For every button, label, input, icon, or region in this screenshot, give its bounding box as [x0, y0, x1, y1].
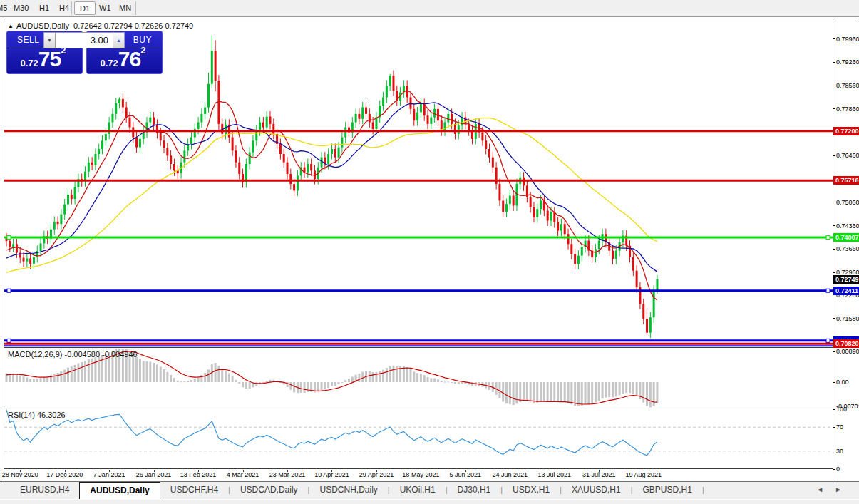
macd-histogram-bar: [207, 369, 210, 382]
macd-histogram-bar: [67, 368, 69, 382]
candle-body: [492, 158, 494, 168]
chart-tab-usdcnh[interactable]: USDCNH,Daily: [309, 482, 387, 499]
macd-histogram-bar: [509, 382, 511, 404]
candle-body: [536, 209, 538, 217]
candle-body: [163, 140, 165, 148]
chart-tab-dj30[interactable]: DJ30,H1: [448, 482, 501, 499]
candle-body: [57, 222, 59, 224]
chart-tab-gbpusd[interactable]: GBPUSD,H1: [633, 482, 702, 499]
candle-body: [530, 197, 532, 207]
macd-histogram-bar: [321, 382, 323, 390]
rsi-label: RSI(14) 46.3026: [8, 411, 66, 419]
chart-tab-eurusd[interactable]: EURUSD,H4: [10, 482, 79, 499]
macd-histogram-bar: [550, 382, 552, 401]
chart-tab-usdchf[interactable]: USDCHF,H4: [160, 482, 228, 499]
volume-input[interactable]: 3.00: [56, 32, 113, 48]
one-click-trade-panel: SELL 0.72752 BUY 0.72762 ▼ 3.00 ▲: [6, 31, 163, 74]
candle-body: [207, 84, 210, 108]
macd-histogram-bar: [235, 380, 237, 382]
sell-price[interactable]: 0.72752: [7, 45, 79, 71]
line-handle[interactable]: [7, 339, 11, 342]
volume-decrease-button[interactable]: ▼: [43, 32, 56, 48]
macd-histogram-bar: [581, 382, 583, 406]
macd-histogram-bar: [351, 377, 354, 382]
candle-body: [183, 150, 185, 162]
chart-tab-usdcad[interactable]: USDCAD,Daily: [230, 482, 308, 499]
candle-body: [331, 149, 333, 154]
moving-average-slow: [6, 118, 657, 273]
macd-histogram-bar: [375, 372, 377, 382]
chart-tab-usdx[interactable]: USDX,H1: [503, 482, 560, 499]
candle-body: [238, 163, 240, 174]
macd-histogram-bar: [334, 382, 336, 386]
macd-tick-mark: [833, 382, 835, 383]
line-handle[interactable]: [7, 289, 11, 292]
candle-body: [550, 212, 552, 221]
moving-average-mid: [6, 103, 657, 272]
candle-body: [259, 123, 261, 131]
candle-body: [60, 215, 62, 225]
price-chart-panel[interactable]: ▲AUDUSD,Daily 0.72642 0.72794 0.72626 0.…: [4, 19, 833, 348]
line-handle[interactable]: [7, 236, 11, 240]
price-tick-label: 0.79260: [836, 58, 859, 66]
candle-body: [557, 222, 559, 231]
chart-tab-xauusd[interactable]: XAUUSD,H1: [562, 482, 631, 499]
timeframe-button-mn[interactable]: MN: [114, 1, 136, 15]
macd-histogram-bar: [441, 381, 443, 382]
macd-indicator-panel[interactable]: MACD(12,26,9) -0.004580 -0.004946: [4, 349, 833, 408]
price-axis[interactable]: 0.799600.792600.785600.778600.764600.750…: [833, 19, 859, 480]
macd-histogram-bar: [166, 372, 168, 382]
candle-body: [23, 257, 25, 261]
macd-histogram-bar: [81, 362, 83, 382]
rsi-tick-label: 100: [836, 406, 847, 413]
chart-tab-ukoil[interactable]: UKOil,H1: [390, 482, 446, 499]
trading-terminal-window: M5M30H1H4D1W1MN ▲AUDUSD,Daily 0.72642 0.…: [0, 0, 859, 504]
macd-histogram-bar: [540, 382, 542, 401]
macd-histogram-bar: [249, 382, 251, 389]
timeframe-button-d1[interactable]: D1: [74, 1, 96, 15]
candle-body: [358, 114, 360, 119]
buy-price[interactable]: 0.72762: [87, 45, 159, 71]
rsi-indicator-panel[interactable]: RSI(14) 46.3026: [4, 409, 833, 469]
candle-body: [98, 149, 100, 154]
line-handle[interactable]: [826, 236, 830, 240]
macd-histogram-bar: [317, 382, 319, 391]
candle-body: [498, 184, 500, 200]
price-tick-mark: [833, 272, 835, 273]
price-tick-mark: [833, 249, 835, 250]
line-handle[interactable]: [826, 339, 830, 342]
candle-body: [646, 319, 648, 333]
volume-increase-button[interactable]: ▲: [113, 32, 125, 48]
macd-histogram-bar: [266, 381, 268, 382]
chart-tab-audusd[interactable]: AUDUSD,Daily: [79, 482, 160, 499]
candle-body: [9, 241, 11, 247]
candle-body: [632, 257, 634, 271]
collapse-panel-icon[interactable]: ▲: [8, 23, 14, 29]
macd-histogram-bar: [197, 377, 200, 383]
rsi-canvas[interactable]: [4, 409, 833, 469]
line-handle[interactable]: [826, 289, 830, 292]
macd-histogram-bar: [389, 366, 391, 382]
date-axis[interactable]: 28 Nov 202017 Dec 20207 Jan 202126 Jan 2…: [4, 470, 833, 480]
rsi-tick-mark: [833, 451, 835, 451]
timeframe-button-w1[interactable]: W1: [94, 1, 116, 15]
date-label: 26 Jan 2021: [136, 471, 172, 478]
macd-histogram-bar: [409, 369, 411, 382]
date-label: 10 Apr 2021: [314, 471, 349, 478]
timeframe-button-h1[interactable]: H1: [34, 1, 54, 15]
candle-body: [533, 207, 535, 217]
tab-scroll-right-icon[interactable]: ►: [835, 485, 853, 493]
volume-spinner: ▼ 3.00 ▲: [43, 32, 125, 48]
date-label: 17 Dec 2020: [46, 471, 83, 478]
macd-histogram-bar: [461, 382, 463, 384]
macd-histogram-bar: [615, 382, 617, 396]
tab-scroll-left-icon[interactable]: ◄: [816, 485, 835, 493]
macd-histogram-bar: [543, 382, 545, 401]
timeframe-button-m30[interactable]: M30: [9, 1, 34, 15]
date-label: 19 Aug 2021: [625, 471, 662, 478]
rsi-tick-label: 0: [836, 466, 840, 473]
macd-histogram-bar: [177, 381, 179, 382]
candle-body: [255, 130, 257, 140]
macd-histogram-bar: [228, 373, 230, 382]
candle-body: [560, 224, 562, 230]
